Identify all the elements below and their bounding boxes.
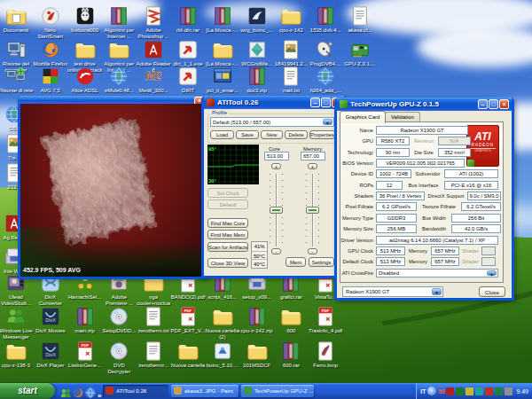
tray-icon-2[interactable]	[456, 387, 464, 395]
close-button[interactable]: ×	[499, 99, 509, 109]
desktop-icon-1535-dvb-4-[interactable]: 1535.dvb.4...	[308, 5, 343, 34]
desktop-icon-18419941-2-[interactable]: 18419941.2...	[273, 39, 309, 67]
desktop-icon-emule0-48-[interactable]: eMule0.48...	[101, 66, 137, 94]
icon-label: cpu-z-138-3	[0, 363, 34, 369]
firefox-icon[interactable]	[73, 386, 83, 396]
desktop-icon-documenti[interactable]: Documenti	[0, 5, 34, 34]
load-button[interactable]: Load	[210, 130, 234, 139]
desktop-icon-600[interactable]: 600	[273, 306, 309, 334]
tray-icon-7[interactable]	[505, 387, 512, 395]
desktop-icon-listinogene-[interactable]: PDFListinoGene...	[67, 340, 103, 369]
desktop-icon-risorse-di-rete[interactable]: Risorse di rete	[0, 66, 34, 94]
desktop-icon-divx-player[interactable]: DivXDivX Player	[33, 340, 68, 369]
icon-label: rld-dirt.rar	[170, 27, 206, 34]
desktop-icon-windows-live-messenger[interactable]: Windows Live Messenger	[0, 306, 34, 340]
desktop-icon-ferro-bmp[interactable]: Ferro.bmp	[308, 340, 343, 369]
taskbar-button-3[interactable]: TechPowerUp GPU-Z ...	[241, 385, 314, 397]
minimize-button[interactable]: –	[478, 99, 488, 109]
desktop-icon-h264-add-[interactable]: h264_add_...	[308, 66, 343, 94]
core-plus-button[interactable]: +	[271, 163, 281, 169]
memory-minus-button[interactable]: -	[308, 248, 317, 254]
desktop-icon-dirt-1-1-exe[interactable]: dirt_1_1.exe	[170, 39, 206, 67]
taskbar-button-1[interactable]: ATITool 0.26	[103, 385, 168, 397]
find-max-mem-button[interactable]: Find Max Mem	[207, 230, 248, 239]
desktop-icon-zerotherm-txt[interactable]: zerotherm.txt	[136, 306, 171, 334]
desktop-icon-adobe-photoshop-[interactable]: Adobe Photoshop ...	[136, 5, 171, 39]
core-clock-field[interactable]: 513.00	[264, 152, 289, 160]
memory-slider-thumb[interactable]	[306, 207, 319, 214]
desktop-icon-setupdvdd-[interactable]: SetupDVDD...	[101, 306, 137, 334]
desktop-icon-101msdcf[interactable]: 101MSDCF	[239, 340, 275, 369]
tab-graphics-card[interactable]: Graphics Card	[340, 111, 386, 123]
new-button[interactable]: New	[261, 130, 283, 139]
desktop-icon-cpu-z-138-3[interactable]: cpu-z-138-3	[0, 340, 34, 369]
tray-icon-3[interactable]	[466, 387, 473, 395]
memory-plus-button[interactable]: +	[308, 163, 317, 169]
tray-icon-1[interactable]	[446, 387, 454, 395]
close-3d-view-button[interactable]: Close 3D View	[207, 258, 248, 268]
desktop-icon-mozilla-firefox[interactable]: Mozilla Firefox	[33, 39, 68, 67]
minimize-button[interactable]: –	[310, 98, 320, 107]
desktop-icon-600-rar[interactable]: 600.rar	[273, 340, 309, 369]
desktop-icon-zerothermr-[interactable]: zerothermr...	[136, 340, 171, 369]
tray-icon-5[interactable]	[485, 387, 493, 395]
desktop-icon-trasinfo-4-pdf[interactable]: PDFTrasinfo_4.pdf	[308, 306, 343, 334]
start-button[interactable]: start	[0, 383, 55, 399]
desktop-icon-mail-txt[interactable]: mail.txt	[273, 66, 309, 94]
desktop-icon-avg-7-5[interactable]: AVG 7.5	[33, 66, 68, 94]
desktop-icon-nuova-cartella-2-[interactable]: Nuova cartella (2)	[205, 306, 240, 340]
settings-button[interactable]: Settings	[309, 257, 334, 267]
desktop-icon-pdf-ext-v-[interactable]: PDFPDF_EXT_V...	[170, 306, 206, 334]
hide-icons-button[interactable]: ‹	[427, 387, 436, 395]
desktop-icon-cpu-z-142[interactable]: cpu-z-142	[273, 5, 309, 34]
desktop-icon-wcg-boinc-[interactable]: wcg_boinc_...	[239, 5, 275, 34]
desktop-icon-akasa-cl-[interactable]: akasa.cl...	[342, 5, 378, 34]
desktop-icon-algoritmi-per-internet-[interactable]: Algoritmi per Internet ...	[101, 5, 137, 39]
desktop-icon-rld-dirt-rar[interactable]: rld-dirt.rar	[170, 5, 206, 34]
desktop-icon-divx-movies[interactable]: DivXDivX Movies	[33, 306, 68, 334]
close-button[interactable]: Close	[479, 286, 505, 297]
chevron-down-icon[interactable]: ▾	[323, 119, 332, 125]
desktop-icon-medii-300-[interactable]: M2Medii_300...	[136, 66, 171, 94]
chevron-down-icon[interactable]: ▾	[432, 288, 442, 295]
desktop-icon-dvd-decrypter[interactable]: DVD Decrypter	[101, 340, 137, 374]
desktop-icon-main-zip[interactable]: main.zip	[67, 306, 103, 334]
desktop-icon-gpu-z-0-1-[interactable]: GPU-Z.0.1....	[342, 39, 378, 67]
core-slider-thumb[interactable]	[270, 207, 283, 214]
desktop-icon-wcgridma-[interactable]: WCGridMa...	[239, 39, 275, 67]
maximize-button[interactable]: □	[321, 98, 331, 107]
delete-button[interactable]: Delete	[285, 130, 308, 139]
desktop-icon-boinc-5-10-[interactable]: boinc_5.10....	[205, 340, 240, 369]
desktop-icon--la-mosca-[interactable]: [La.Mosca.-...	[205, 39, 240, 67]
language-indicator[interactable]: IT	[420, 388, 426, 395]
desktop-icon-cpu-z-142-zip[interactable]: cpu-z-142.zip	[239, 306, 275, 334]
globe-icon[interactable]	[85, 386, 96, 396]
profile-combobox[interactable]: Default (513.00 / 657.00)▾	[210, 117, 334, 127]
crossfire-select[interactable]: Disabled▾	[376, 269, 498, 278]
desktop-icon-pci-it-smar-[interactable]: pci_it_smar...	[205, 66, 240, 94]
save-button[interactable]: Save	[236, 130, 259, 139]
desktop-icon-fosbona000[interactable]: fosbona000	[67, 5, 103, 34]
tray-icon-4[interactable]	[475, 387, 483, 395]
core-minus-button[interactable]: -	[271, 248, 281, 254]
desktop-icon-nero-startsmart[interactable]: Nero StartSmart	[33, 5, 68, 39]
card-select-combobox[interactable]: Radeon X1900 GT▾	[342, 286, 443, 297]
desktop-icon-dirt[interactable]: DIRT	[170, 66, 206, 94]
scan-for-artifacts-button[interactable]: Scan for Artifacts	[207, 242, 248, 252]
mem-button[interactable]: Mem	[286, 257, 306, 267]
messenger-icon[interactable]	[60, 386, 71, 396]
maximize-button[interactable]: □	[489, 99, 498, 109]
find-max-core-button[interactable]: Find Max Core	[207, 218, 248, 228]
svg-text:PDF: PDF	[322, 309, 330, 313]
desktop-icon-doc3-zip[interactable]: doc3.zip	[239, 66, 275, 94]
desktop-icon--la-mosca-[interactable]: [La.Mosca.-...	[205, 5, 240, 34]
chevron-down-icon[interactable]: ▾	[487, 270, 497, 276]
desktop-icon-progdvb4-[interactable]: ProgDVB4....	[308, 39, 343, 67]
bios-chip-icon[interactable]	[467, 160, 474, 167]
properties-button[interactable]: Properties	[309, 130, 335, 139]
taskbar-button-2[interactable]: akasa3..JPG - Paint	[171, 385, 239, 397]
desktop-icon-nuova-cartella[interactable]: Nuova cartella	[170, 340, 206, 369]
desktop-icon-alice-adsl[interactable]: Alice ADSL	[67, 66, 103, 94]
tray-icon-6[interactable]	[495, 387, 503, 395]
memory-clock-field[interactable]: 657.00	[301, 152, 325, 160]
